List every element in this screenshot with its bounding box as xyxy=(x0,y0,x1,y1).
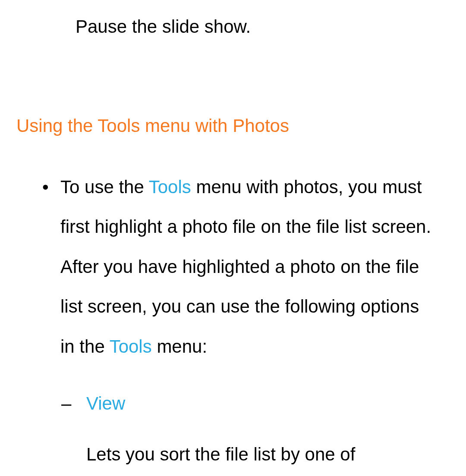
dash-item-title: View xyxy=(86,393,125,413)
bullet-item: To use the Tools menu with photos, you m… xyxy=(60,167,457,468)
bullet-text-part-3: menu: xyxy=(152,336,207,357)
tools-highlight-2: Tools xyxy=(110,336,152,357)
dash-item-description: Lets you sort the file list by one of xyxy=(86,441,438,468)
dash-item-view: View Lets you sort the file list by one … xyxy=(86,384,438,468)
top-paragraph: Pause the slide show. xyxy=(76,13,457,40)
bullet-text-part-1: To use the xyxy=(60,177,149,197)
bullet-list: To use the Tools menu with photos, you m… xyxy=(60,167,457,468)
tools-highlight-1: Tools xyxy=(149,177,191,197)
section-heading: Using the Tools menu with Photos xyxy=(16,116,457,136)
bullet-text-part-2: menu with photos, you must first highlig… xyxy=(60,177,431,357)
dash-list: View Lets you sort the file list by one … xyxy=(86,384,438,468)
